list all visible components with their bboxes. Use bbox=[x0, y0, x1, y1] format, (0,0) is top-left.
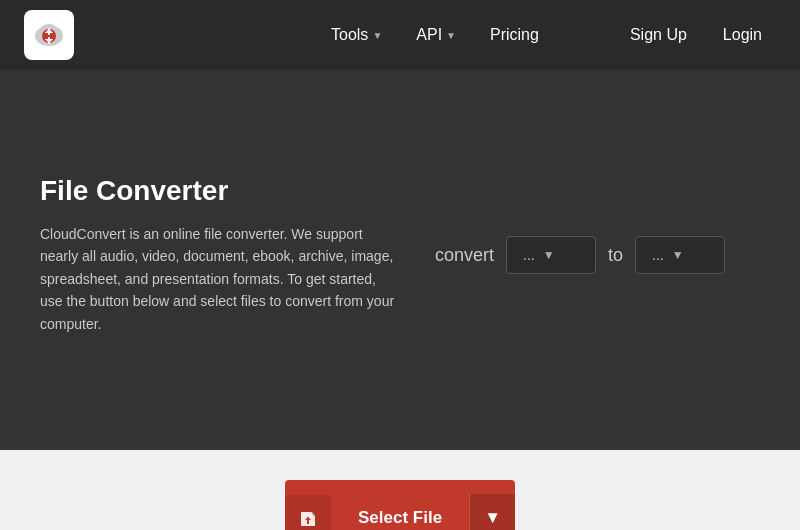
from-format-value: ... bbox=[523, 247, 535, 263]
page-title: File Converter bbox=[40, 175, 400, 207]
page-description: CloudConvert is an online file converter… bbox=[40, 223, 400, 335]
logo-icon bbox=[30, 16, 68, 54]
select-file-dropdown-arrow-icon[interactable]: ▼ bbox=[469, 494, 515, 530]
content-left: File Converter CloudConvert is an online… bbox=[40, 175, 400, 335]
to-format-dropdown[interactable]: ... ▼ bbox=[635, 236, 725, 274]
header-left bbox=[24, 10, 74, 60]
select-file-icon-area bbox=[285, 495, 331, 530]
to-label: to bbox=[608, 245, 623, 266]
from-format-dropdown[interactable]: ... ▼ bbox=[506, 236, 596, 274]
file-upload-icon bbox=[299, 509, 317, 527]
header-auth: Sign Up Login bbox=[616, 18, 776, 52]
tools-arrow-icon: ▼ bbox=[372, 30, 382, 41]
from-dropdown-arrow-icon: ▼ bbox=[543, 248, 555, 262]
convert-label: convert bbox=[435, 245, 494, 266]
signup-button[interactable]: Sign Up bbox=[616, 18, 701, 52]
nav-pricing[interactable]: Pricing bbox=[476, 18, 553, 52]
api-arrow-icon: ▼ bbox=[446, 30, 456, 41]
bottom-section: Select File ▼ bbox=[0, 450, 800, 530]
select-file-label: Select File bbox=[331, 508, 469, 528]
svg-marker-6 bbox=[312, 512, 315, 516]
svg-rect-7 bbox=[312, 516, 315, 526]
main-nav: Tools ▼ API ▼ Pricing bbox=[317, 18, 553, 52]
main-section: File Converter CloudConvert is an online… bbox=[0, 70, 800, 450]
converter-widget: convert ... ▼ to ... ▼ bbox=[400, 236, 760, 274]
header: Tools ▼ API ▼ Pricing Sign Up Login bbox=[0, 0, 800, 70]
logo[interactable] bbox=[24, 10, 74, 60]
nav-tools[interactable]: Tools ▼ bbox=[317, 18, 396, 52]
to-dropdown-arrow-icon: ▼ bbox=[672, 248, 684, 262]
nav-api[interactable]: API ▼ bbox=[402, 18, 470, 52]
to-format-value: ... bbox=[652, 247, 664, 263]
login-button[interactable]: Login bbox=[709, 18, 776, 52]
select-file-button[interactable]: Select File ▼ bbox=[285, 480, 515, 530]
